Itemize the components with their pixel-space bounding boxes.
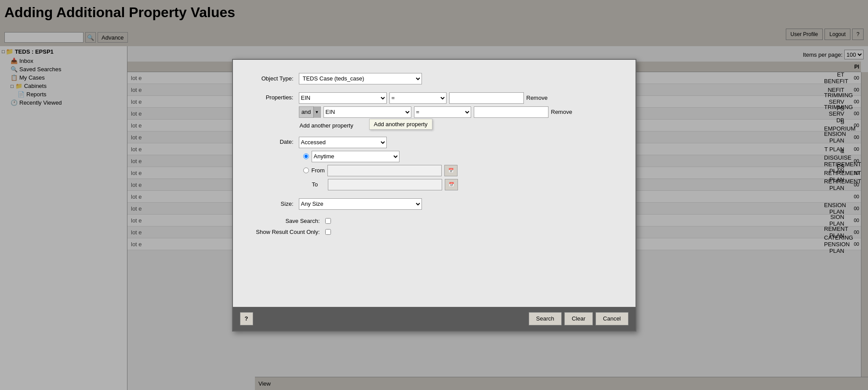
property-value-input-1[interactable] <box>449 92 524 104</box>
anytime-select[interactable]: Anytime <box>312 151 399 162</box>
size-label: Size: <box>251 200 299 207</box>
remove-link-2[interactable]: Remove <box>551 109 572 115</box>
save-search-row: Save Search: <box>251 218 618 224</box>
from-radio[interactable] <box>303 168 309 173</box>
modal-body: Object Type: TEDS Case (teds_case) Prope… <box>233 60 636 253</box>
properties-label: Properties: <box>251 92 299 101</box>
remove-link-1[interactable]: Remove <box>527 95 548 101</box>
properties-content: EIN = Remove and ▼ <box>299 92 618 129</box>
add-another-property-link[interactable]: Add another property <box>300 122 353 129</box>
search-button[interactable]: Search <box>529 312 562 325</box>
property-field-select-1[interactable]: EIN <box>299 92 387 104</box>
from-label: From <box>312 167 325 174</box>
date-label: Date: <box>251 137 299 145</box>
from-calendar-button[interactable]: 📅 <box>444 165 458 176</box>
add-property-container: Add another property Add another propert… <box>299 122 618 129</box>
property-row-1: EIN = Remove <box>299 92 618 104</box>
to-row: To 📅 <box>299 179 618 190</box>
modal-footer: ? Search Clear Cancel <box>233 307 636 331</box>
footer-right-buttons: Search Clear Cancel <box>529 312 628 325</box>
connector-dropdown[interactable]: and ▼ <box>299 106 321 118</box>
object-type-label: Object Type: <box>251 75 299 82</box>
show-result-count-label: Show Result Count Only: <box>251 229 325 235</box>
save-search-label: Save Search: <box>251 218 325 224</box>
modal-dialog: Object Type: TEDS Case (teds_case) Prope… <box>232 59 636 332</box>
modal-overlay: Object Type: TEDS Case (teds_case) Prope… <box>0 0 868 390</box>
to-label: To <box>312 181 325 188</box>
date-row: Date: Accessed Anytime F <box>251 137 618 190</box>
anytime-radio[interactable] <box>303 153 309 159</box>
anytime-radio-row: Anytime <box>299 151 618 162</box>
property-field-select-2[interactable]: EIN <box>323 106 411 118</box>
object-type-select[interactable]: TEDS Case (teds_case) <box>299 73 422 84</box>
object-type-row: Object Type: TEDS Case (teds_case) <box>251 73 618 84</box>
from-row: From 📅 <box>299 165 618 176</box>
date-type-select[interactable]: Accessed <box>299 137 387 148</box>
modal-help-button[interactable]: ? <box>240 312 253 325</box>
properties-row: Properties: EIN = Remove <box>251 92 618 129</box>
to-calendar-button[interactable]: 📅 <box>445 179 458 190</box>
property-value-input-2[interactable] <box>474 106 548 118</box>
cancel-button[interactable]: Cancel <box>596 312 628 325</box>
show-result-count-row: Show Result Count Only: <box>251 229 618 235</box>
property-row-2: and ▼ EIN = Remove <box>299 106 618 118</box>
add-another-property-tooltip: Add another property <box>369 119 432 130</box>
property-op-select-1[interactable]: = <box>389 92 447 104</box>
save-search-checkbox[interactable] <box>325 218 331 224</box>
from-date-input[interactable] <box>327 165 442 176</box>
clear-button[interactable]: Clear <box>564 312 593 325</box>
property-op-select-2[interactable]: = <box>414 106 471 118</box>
to-date-input[interactable] <box>328 179 442 190</box>
size-select[interactable]: Any Size <box>299 198 422 210</box>
size-row: Size: Any Size <box>251 198 618 210</box>
date-content: Accessed Anytime From 📅 <box>299 137 618 190</box>
show-result-count-checkbox[interactable] <box>325 229 331 235</box>
